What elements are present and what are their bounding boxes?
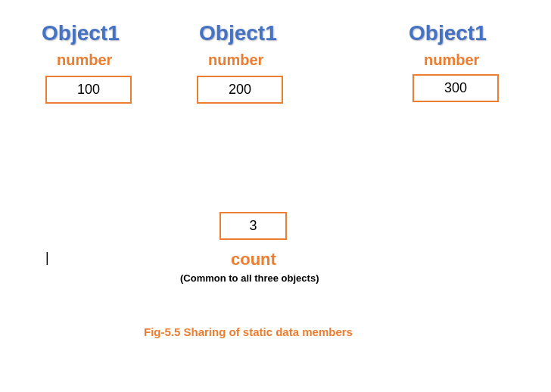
cursor-mark: |: [45, 250, 49, 266]
count-label: count: [231, 250, 276, 269]
value-box-3: 300: [412, 74, 499, 102]
common-note: (Common to all three objects): [180, 272, 319, 284]
number-label-3: number: [424, 51, 479, 69]
object-title-2: Object1: [199, 21, 277, 45]
number-label-1: number: [57, 51, 112, 69]
value-box-1: 100: [45, 76, 132, 104]
object-title-3: Object1: [409, 21, 487, 45]
value-box-2: 200: [197, 76, 283, 104]
object-title-1: Object1: [42, 21, 120, 45]
count-value-box: 3: [219, 212, 287, 240]
number-label-2: number: [208, 51, 263, 69]
figure-caption: Fig-5.5 Sharing of static data members: [144, 325, 353, 338]
